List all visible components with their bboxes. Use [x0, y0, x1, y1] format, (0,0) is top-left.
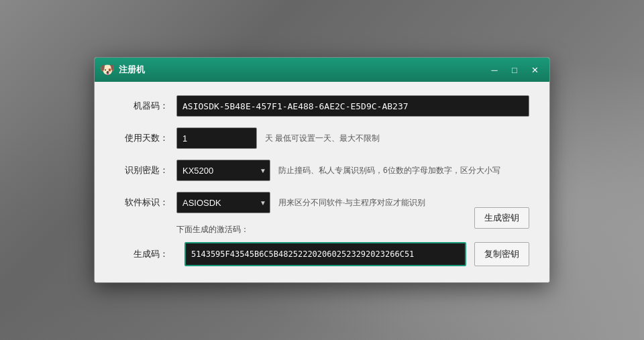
form-fields: 机器码： 使用天数： 天 最低可设置一天、最大不限制 识别密匙： KX5200	[115, 95, 529, 266]
generated-label: 生成码：	[115, 248, 168, 260]
days-input[interactable]	[176, 127, 257, 149]
secret-select-wrapper: KX5200 ▼	[176, 160, 270, 181]
machine-code-row: 机器码：	[115, 95, 529, 117]
secret-label: 识别密匙：	[115, 164, 168, 176]
generated-code-input[interactable]	[184, 242, 466, 266]
software-hint: 用来区分不同软件·与主程序对应才能识别	[278, 197, 425, 209]
software-select[interactable]: ASIOSDK	[176, 192, 270, 213]
generate-key-button[interactable]: 生成密钥	[474, 207, 529, 229]
content-area: 机器码： 使用天数： 天 最低可设置一天、最大不限制 识别密匙： KX5200	[95, 82, 549, 282]
secret-select[interactable]: KX5200	[176, 160, 270, 181]
window-controls: ─ □ ✕	[485, 62, 544, 78]
machine-code-label: 机器码：	[115, 100, 168, 112]
app-icon: 🐶	[100, 62, 115, 77]
close-button[interactable]: ✕	[525, 62, 544, 78]
secret-hint: 防止撞码、私人专属识别码，6位数的字母加数字，区分大小写	[278, 165, 500, 176]
days-hint: 天 最低可设置一天、最大不限制	[265, 133, 380, 144]
software-select-wrapper: ASIOSDK ▼	[176, 192, 270, 213]
maximize-button[interactable]: □	[505, 62, 524, 78]
window-title: 注册机	[119, 64, 485, 76]
copy-key-button[interactable]: 复制密钥	[474, 242, 529, 266]
machine-code-input[interactable]	[176, 95, 529, 117]
generated-code-row: 生成码： 复制密钥	[115, 242, 529, 266]
secret-key-row: 识别密匙： KX5200 ▼ 防止撞码、私人专属识别码，6位数的字母加数字，区分…	[115, 160, 529, 181]
form-and-actions: 机器码： 使用天数： 天 最低可设置一天、最大不限制 识别密匙： KX5200	[115, 95, 529, 266]
software-row: 软件标识： ASIOSDK ▼ 用来区分不同软件·与主程序对应才能识别	[115, 192, 529, 213]
days-row: 使用天数： 天 最低可设置一天、最大不限制	[115, 127, 529, 149]
days-label: 使用天数：	[115, 132, 168, 144]
software-label: 软件标识：	[115, 196, 168, 209]
titlebar: 🐶 注册机 ─ □ ✕	[95, 58, 549, 82]
main-window: 🐶 注册机 ─ □ ✕ 机器码： 使用天数： 天 最低可设置一天、最大不限制	[94, 57, 550, 283]
minimize-button[interactable]: ─	[485, 62, 504, 78]
